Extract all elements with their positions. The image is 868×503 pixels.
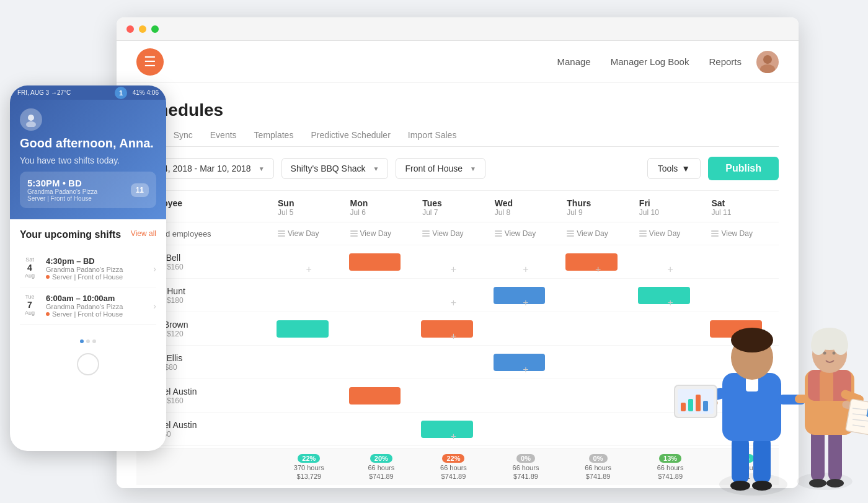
tabs-bar: View Sync Events Templates Predictive Sc… bbox=[136, 130, 779, 147]
shift-cell[interactable] bbox=[562, 313, 634, 344]
shift-cell[interactable] bbox=[345, 414, 418, 445]
people-illustration bbox=[657, 243, 868, 503]
logo-icon: ☰ bbox=[144, 54, 156, 70]
shift-cell[interactable]: + bbox=[562, 247, 634, 278]
minimize-dot[interactable] bbox=[139, 25, 146, 33]
col-header-fri: Fri Jul 10 bbox=[634, 196, 707, 219]
tab-sync[interactable]: Sync bbox=[174, 130, 193, 146]
shift-cell[interactable] bbox=[273, 347, 345, 378]
shift-cell[interactable] bbox=[562, 280, 634, 311]
view-day-tues[interactable]: View Day bbox=[417, 226, 490, 241]
shift-cell[interactable]: + bbox=[417, 313, 490, 344]
shift-cell[interactable]: + bbox=[417, 247, 490, 278]
svg-point-25 bbox=[809, 479, 826, 488]
phone-blue-section: Good afternoon, Anna. You have two shift… bbox=[10, 100, 166, 219]
view-day-mon[interactable]: View Day bbox=[345, 226, 418, 241]
svg-rect-6 bbox=[753, 435, 771, 484]
shift-cell[interactable] bbox=[417, 347, 490, 378]
svg-point-1 bbox=[760, 64, 775, 73]
shift-cell[interactable]: + bbox=[417, 280, 490, 311]
nav-manager-log[interactable]: Manager Log Book bbox=[611, 56, 689, 67]
view-day-sun[interactable]: View Day bbox=[273, 226, 345, 241]
list-icon bbox=[711, 230, 719, 237]
nav-reports[interactable]: Reports bbox=[709, 56, 742, 67]
svg-rect-24 bbox=[828, 429, 842, 481]
maximize-dot[interactable] bbox=[151, 25, 159, 33]
svg-rect-23 bbox=[811, 429, 825, 481]
shift-cell[interactable] bbox=[490, 380, 562, 411]
chevron-right-icon: › bbox=[153, 301, 156, 311]
svg-point-34 bbox=[823, 352, 826, 355]
shift-cell[interactable] bbox=[417, 380, 490, 411]
stat-cell-thurs: 0% 66 hours $741.89 bbox=[562, 454, 634, 480]
view-all-link[interactable]: View all bbox=[131, 229, 156, 243]
shift-cell[interactable] bbox=[345, 380, 418, 411]
upcoming-shifts-title: Your upcoming shifts bbox=[20, 229, 121, 240]
shift-cell[interactable] bbox=[562, 380, 634, 411]
svg-rect-44 bbox=[795, 395, 808, 403]
phone-status-bar: FRI, AUG 3 →27°C 41% 4:06 bbox=[10, 85, 166, 100]
logo[interactable]: ☰ bbox=[136, 48, 164, 76]
shift-cell[interactable] bbox=[490, 313, 562, 344]
shift-cell[interactable]: + bbox=[490, 280, 562, 311]
shift-cell[interactable] bbox=[490, 414, 562, 445]
svg-point-2 bbox=[28, 115, 34, 121]
svg-rect-17 bbox=[681, 403, 686, 411]
shift-date-box: Sat 4 Aug bbox=[20, 256, 40, 279]
phone-white-section: Your upcoming shifts View all Sat 4 Aug … bbox=[10, 219, 166, 335]
nav-manage[interactable]: Manage bbox=[557, 56, 590, 67]
shift-cell[interactable]: + bbox=[273, 247, 345, 278]
tab-predictive[interactable]: Predictive Scheduler bbox=[311, 130, 390, 146]
top-nav: ☰ Manage Manager Log Book Reports bbox=[117, 41, 799, 83]
shift-cell[interactable]: + bbox=[490, 247, 562, 278]
svg-rect-5 bbox=[732, 435, 749, 484]
shift-cell[interactable]: + bbox=[490, 347, 562, 378]
avatar[interactable] bbox=[756, 51, 779, 73]
tab-import[interactable]: Import Sales bbox=[408, 130, 457, 146]
svg-rect-29 bbox=[820, 370, 833, 435]
list-icon bbox=[639, 230, 647, 237]
nav-links: Manage Manager Log Book Reports bbox=[557, 56, 742, 67]
col-header-sat: Sat Jul 11 bbox=[706, 196, 779, 219]
list-item[interactable]: Tue 7 Aug 6:00am – 10:00am Grandma Padan… bbox=[20, 287, 156, 325]
shift-cell[interactable] bbox=[562, 414, 634, 445]
department-dropdown[interactable]: Front of House ▼ bbox=[396, 158, 485, 179]
phone-home-btn[interactable] bbox=[10, 348, 166, 380]
shift-cell[interactable] bbox=[273, 313, 345, 344]
view-day-thurs[interactable]: View Day bbox=[562, 226, 634, 241]
location-dropdown[interactable]: Shifty's BBQ Shack ▼ bbox=[281, 158, 389, 179]
shift-cell[interactable] bbox=[562, 347, 634, 378]
close-dot[interactable] bbox=[126, 25, 134, 33]
svg-point-7 bbox=[730, 481, 750, 491]
role-dot bbox=[46, 312, 50, 316]
stats-empty bbox=[136, 454, 273, 480]
tools-button[interactable]: Tools ▼ bbox=[647, 158, 701, 179]
shift-cell[interactable] bbox=[345, 347, 418, 378]
view-day-fri[interactable]: View Day bbox=[634, 226, 707, 241]
list-icon bbox=[350, 230, 358, 237]
col-header-sun: Sun Jul 5 bbox=[273, 196, 345, 219]
svg-rect-20 bbox=[703, 401, 708, 411]
list-item[interactable]: Sat 4 Aug 4:30pm – BD Grandma Padano's P… bbox=[20, 250, 156, 287]
phone-shift-card[interactable]: 5:30PM • BD Grandma Padano's Pizza Serve… bbox=[20, 172, 156, 208]
phone-dots bbox=[10, 335, 166, 348]
shift-cell[interactable] bbox=[345, 280, 418, 311]
add-employees-row: 👤 Add employees View Day View Day View D… bbox=[136, 222, 779, 245]
shift-cell[interactable] bbox=[273, 380, 345, 411]
tab-templates[interactable]: Templates bbox=[254, 130, 294, 146]
view-day-sat[interactable]: View Day bbox=[706, 226, 779, 241]
col-header-mon: Mon Jul 6 bbox=[345, 196, 418, 219]
shift-cell[interactable] bbox=[345, 247, 418, 278]
view-day-wed[interactable]: View Day bbox=[490, 226, 562, 241]
stat-cell-mon: 20% 66 hours $741.89 bbox=[345, 454, 418, 480]
tab-events[interactable]: Events bbox=[210, 130, 237, 146]
shift-cell[interactable] bbox=[345, 313, 418, 344]
col-header-thurs: Thurs Jul 9 bbox=[562, 196, 634, 219]
shift-cell[interactable]: + bbox=[417, 414, 490, 445]
shift-cell[interactable] bbox=[273, 280, 345, 311]
phone-avatar bbox=[20, 108, 42, 131]
publish-button[interactable]: Publish bbox=[708, 157, 779, 180]
svg-point-33 bbox=[833, 335, 848, 355]
svg-rect-19 bbox=[696, 395, 701, 411]
shift-cell[interactable] bbox=[273, 414, 345, 445]
